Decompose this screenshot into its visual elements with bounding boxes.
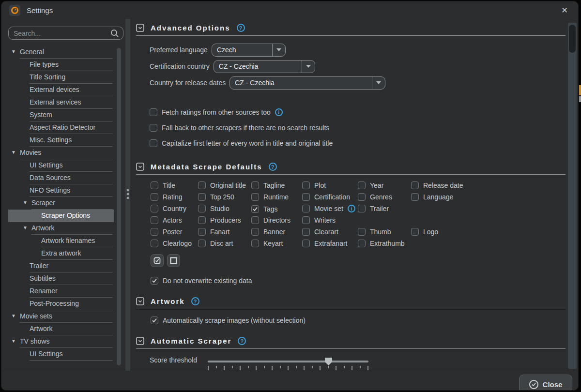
checkbox-box[interactable] — [151, 277, 158, 285]
checkbox-box[interactable] — [358, 240, 366, 247]
collapse-toggle-icon[interactable] — [136, 24, 144, 32]
checkbox-fall-back-to-other-scrapers-if-there-are-no-search-results[interactable]: Fall back to other scrapers if there are… — [150, 120, 566, 136]
checkbox-box[interactable] — [251, 228, 259, 236]
checkbox-extrathumb[interactable]: Extrathumb — [358, 240, 405, 247]
help-icon[interactable]: ? — [191, 297, 199, 305]
checkbox-clearlogo[interactable]: Clearlogo — [151, 240, 192, 247]
checkbox-box[interactable] — [198, 181, 206, 189]
content-scrollbar-thumb[interactable] — [569, 25, 576, 53]
sidebar-item-nfo-settings[interactable]: NFO Settings — [8, 184, 114, 197]
checkbox-box[interactable] — [151, 205, 158, 212]
window-close-icon[interactable]: ✕ — [559, 5, 570, 15]
close-button[interactable]: Close — [519, 375, 572, 391]
slider-thumb[interactable] — [325, 358, 332, 365]
select-all-button[interactable] — [151, 254, 164, 267]
expand-triangle-icon[interactable]: ▼ — [11, 150, 16, 155]
checkbox-box[interactable] — [302, 181, 310, 189]
sidebar-item-artwork[interactable]: ▼Artwork — [8, 222, 114, 235]
checkbox-year[interactable]: Year — [358, 181, 383, 189]
checkbox-plot[interactable]: Plot — [302, 181, 326, 189]
checkbox-box[interactable] — [302, 228, 310, 236]
checkbox-runtime[interactable]: Runtime — [251, 193, 289, 201]
checkbox-box[interactable] — [251, 216, 259, 224]
checkbox-logo[interactable]: Logo — [411, 228, 438, 236]
checkbox-box[interactable] — [198, 228, 206, 236]
sidebar-item-artwork-filenames[interactable]: Artwork filenames — [8, 235, 114, 247]
checkbox-release-date[interactable]: Release date — [411, 181, 463, 189]
checkbox-language[interactable]: Language — [411, 193, 453, 201]
expand-triangle-icon[interactable]: ▼ — [11, 49, 16, 54]
checkbox-banner[interactable]: Banner — [251, 228, 285, 236]
certification-country-select[interactable]: CZ - Czechia — [214, 60, 315, 73]
checkbox-actors[interactable]: Actors — [151, 216, 182, 224]
sidebar-item-data-sources[interactable]: Data Sources — [8, 172, 114, 184]
expand-triangle-icon[interactable]: ▼ — [23, 225, 28, 230]
checkbox-box[interactable] — [151, 181, 158, 189]
checkbox-box[interactable] — [358, 193, 366, 201]
sidebar-scrollbar[interactable] — [117, 48, 121, 365]
sidebar-item-misc-settings[interactable]: Misc. Settings — [8, 134, 114, 147]
checkbox-trailer[interactable]: Trailer — [358, 205, 389, 212]
checkbox-box[interactable] — [411, 181, 419, 189]
checkbox-country[interactable]: Country — [151, 205, 186, 212]
collapse-toggle-icon[interactable] — [136, 297, 144, 305]
checkbox-box[interactable] — [151, 317, 158, 324]
checkbox-fanart[interactable]: Fanart — [198, 228, 229, 236]
checkbox-automatically-scrape-images-without-selection[interactable]: Automatically scrape images (without sel… — [151, 317, 306, 324]
checkbox-poster[interactable]: Poster — [151, 228, 182, 236]
checkbox-box[interactable] — [302, 205, 310, 212]
help-icon[interactable]: ? — [238, 337, 246, 345]
checkbox-box[interactable] — [251, 181, 259, 189]
checkbox-disc-art[interactable]: Disc art — [198, 240, 233, 247]
checkbox-box[interactable] — [251, 193, 259, 201]
checkbox-directors[interactable]: Directors — [251, 216, 290, 224]
checkbox-title[interactable]: Title — [151, 181, 175, 189]
checkbox-rating[interactable]: Rating — [151, 193, 182, 201]
sidebar-item-trailer[interactable]: Trailer — [8, 260, 114, 272]
checkbox-clearart[interactable]: Clearart — [302, 228, 338, 236]
deselect-all-button[interactable] — [167, 254, 180, 267]
help-icon[interactable]: ? — [237, 24, 245, 32]
checkbox-box[interactable] — [251, 240, 259, 247]
checkbox-extrafanart[interactable]: Extrafanart — [302, 240, 347, 247]
checkbox-box[interactable] — [198, 205, 206, 212]
checkbox-box[interactable] — [151, 193, 158, 201]
checkbox-top-250[interactable]: Top 250 — [198, 193, 234, 201]
collapse-toggle-icon[interactable] — [136, 337, 144, 345]
checkbox-box[interactable] — [198, 193, 206, 201]
checkbox-box[interactable] — [150, 139, 157, 147]
expand-triangle-icon[interactable]: ▼ — [23, 200, 28, 205]
sidebar-item-file-types[interactable]: File types — [8, 59, 114, 71]
splitter-handle[interactable] — [125, 19, 130, 371]
content-scrollbar[interactable] — [568, 23, 577, 369]
preferred-language-select[interactable]: Czech — [212, 44, 286, 57]
checkbox-writers[interactable]: Writers — [302, 216, 336, 224]
checkbox-keyart[interactable]: Keyart — [251, 240, 283, 247]
expand-triangle-icon[interactable]: ▼ — [11, 313, 16, 318]
checkbox-movie-set[interactable]: Movie seti — [302, 205, 355, 212]
checkbox-genres[interactable]: Genres — [358, 193, 392, 201]
checkbox-original-title[interactable]: Original title — [198, 181, 246, 189]
checkbox-studio[interactable]: Studio — [198, 205, 229, 212]
sidebar-item-external-services[interactable]: External services — [8, 96, 114, 109]
checkbox-box[interactable] — [150, 108, 157, 116]
checkbox-box[interactable] — [302, 193, 310, 201]
checkbox-tags[interactable]: Tags — [251, 205, 278, 213]
combo-dropdown-button[interactable] — [272, 44, 285, 56]
sidebar-item-general[interactable]: ▼General — [8, 46, 114, 59]
checkbox-box[interactable] — [358, 228, 366, 236]
sidebar-item-scraper[interactable]: ▼Scraper — [8, 197, 114, 210]
checkbox-fetch-ratings-from-other-sources-too[interactable]: Fetch ratings from other sources tooi — [150, 105, 566, 120]
checkbox-tagline[interactable]: Tagline — [251, 181, 285, 189]
checkbox-box[interactable] — [198, 216, 206, 224]
checkbox-box[interactable] — [198, 240, 206, 247]
search-box[interactable] — [8, 27, 123, 40]
sidebar-item-movie-sets[interactable]: ▼Movie sets — [8, 310, 114, 323]
help-icon[interactable]: ? — [269, 163, 277, 171]
checkbox-do-not-overwrite-existing-data[interactable]: Do not overwrite existing data — [151, 277, 252, 285]
search-input[interactable] — [9, 30, 110, 37]
sidebar-item-ui-settings[interactable]: UI Settings — [8, 348, 114, 361]
sidebar-item-tv-shows[interactable]: ▼TV shows — [8, 335, 114, 348]
sidebar-item-title-sorting[interactable]: Title Sorting — [8, 71, 114, 84]
checkbox-box[interactable] — [411, 228, 419, 236]
